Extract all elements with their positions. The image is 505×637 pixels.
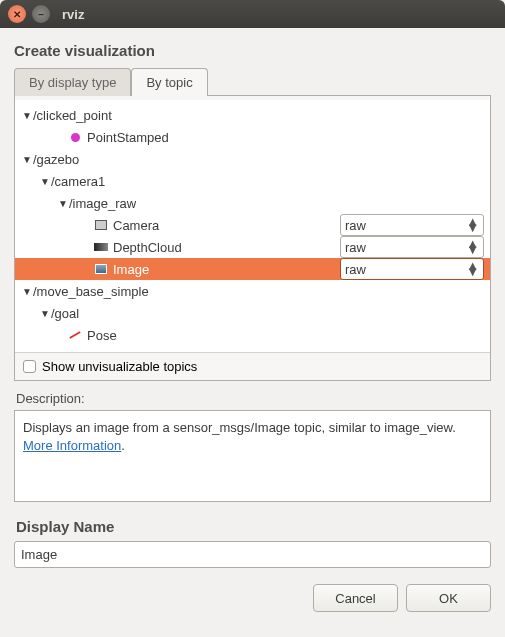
tree-node-image-raw[interactable]: ▼ /image_raw <box>15 192 490 214</box>
image-icon <box>93 264 109 274</box>
window-title: rviz <box>62 7 84 22</box>
tree-leaf-pose[interactable]: Pose <box>15 324 490 346</box>
tree-node-clicked-point[interactable]: ▼ /clicked_point <box>15 104 490 126</box>
caret-icon[interactable]: ▼ <box>21 110 33 121</box>
tree-node-camera1[interactable]: ▼ /camera1 <box>15 170 490 192</box>
pose-icon <box>67 334 83 336</box>
description-text: Displays an image from a sensor_msgs/Ima… <box>23 420 456 435</box>
tree-node-gazebo[interactable]: ▼ /gazebo <box>15 148 490 170</box>
tab-bar: By display type By topic <box>14 67 491 95</box>
spinner-icon[interactable]: ▲▼ <box>466 219 479 231</box>
tree-label: /image_raw <box>69 196 136 211</box>
show-unvisualizable-label: Show unvisualizable topics <box>42 359 197 374</box>
transport-select-image[interactable]: raw ▲▼ <box>340 258 484 280</box>
description-label: Description: <box>16 391 489 406</box>
show-unvisualizable-checkbox[interactable] <box>23 360 36 373</box>
more-information-link[interactable]: More Information <box>23 438 121 453</box>
tree-node-goal[interactable]: ▼ /goal <box>15 302 490 324</box>
cancel-button[interactable]: Cancel <box>313 584 398 612</box>
spinner-icon[interactable]: ▲▼ <box>466 241 479 253</box>
dialog-button-row: Cancel OK <box>14 584 491 612</box>
description-box: Displays an image from a sensor_msgs/Ima… <box>14 410 491 502</box>
transport-value: raw <box>345 218 366 233</box>
titlebar[interactable]: ✕ – rviz <box>0 0 505 28</box>
tree-label: Image <box>113 262 149 277</box>
tree-label: /goal <box>51 306 79 321</box>
topic-tree[interactable]: ▼ /clicked_point PointStamped ▼ /gazebo … <box>15 100 490 352</box>
caret-icon[interactable]: ▼ <box>21 154 33 165</box>
tree-leaf-camera[interactable]: Camera raw ▲▼ <box>15 214 490 236</box>
tree-label: Pose <box>87 328 117 343</box>
tree-leaf-image[interactable]: Image raw ▲▼ <box>15 258 490 280</box>
tab-panel-by-topic: ▼ /clicked_point PointStamped ▼ /gazebo … <box>14 95 491 381</box>
tree-leaf-pointstamped[interactable]: PointStamped <box>15 126 490 148</box>
tree-label: Camera <box>113 218 159 233</box>
dialog-heading: Create visualization <box>14 42 491 59</box>
tab-by-topic[interactable]: By topic <box>131 68 207 96</box>
display-name-input[interactable] <box>14 541 491 568</box>
close-icon[interactable]: ✕ <box>8 5 26 23</box>
transport-value: raw <box>345 262 366 277</box>
tree-label: /camera1 <box>51 174 105 189</box>
point-icon <box>67 133 83 142</box>
tree-label: /gazebo <box>33 152 79 167</box>
tree-label: /clicked_point <box>33 108 112 123</box>
caret-icon[interactable]: ▼ <box>39 308 51 319</box>
tree-leaf-depthcloud[interactable]: DepthCloud raw ▲▼ <box>15 236 490 258</box>
tree-label: DepthCloud <box>113 240 182 255</box>
ok-button[interactable]: OK <box>406 584 491 612</box>
display-name-label: Display Name <box>16 518 489 535</box>
caret-icon[interactable]: ▼ <box>21 286 33 297</box>
camera-icon <box>93 220 109 230</box>
tree-label: /move_base_simple <box>33 284 149 299</box>
description-period: . <box>121 438 125 453</box>
tree-footer: Show unvisualizable topics <box>15 352 490 380</box>
dialog-window: ✕ – rviz Create visualization By display… <box>0 0 505 637</box>
minimize-icon[interactable]: – <box>32 5 50 23</box>
tab-by-display-type[interactable]: By display type <box>14 68 131 96</box>
transport-value: raw <box>345 240 366 255</box>
transport-select-depthcloud[interactable]: raw ▲▼ <box>340 236 484 258</box>
tree-node-move-base-simple[interactable]: ▼ /move_base_simple <box>15 280 490 302</box>
depthcloud-icon <box>93 243 109 251</box>
tree-label: PointStamped <box>87 130 169 145</box>
spinner-icon[interactable]: ▲▼ <box>466 263 479 275</box>
caret-icon[interactable]: ▼ <box>57 198 69 209</box>
dialog-content: Create visualization By display type By … <box>0 28 505 637</box>
caret-icon[interactable]: ▼ <box>39 176 51 187</box>
transport-select-camera[interactable]: raw ▲▼ <box>340 214 484 236</box>
